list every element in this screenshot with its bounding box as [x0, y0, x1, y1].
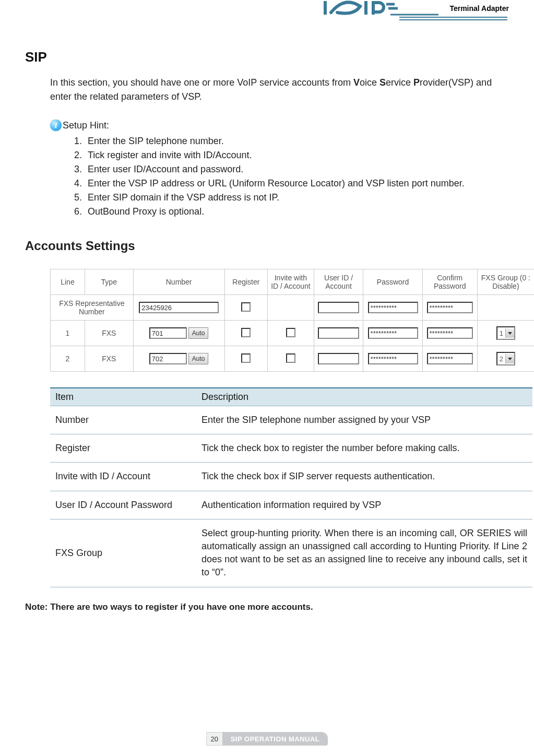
rep-label: FXS Representative Number — [51, 295, 134, 321]
table-row-representative: FXS Representative Number — [51, 295, 535, 321]
col-line: Line — [51, 269, 85, 295]
intro-text: In this section, you should have one or … — [50, 77, 353, 88]
page: Terminal Adapter SIP In this section, yo… — [0, 0, 534, 756]
intro-bold-p: P — [413, 77, 420, 88]
desc-item: User ID / Account Password — [50, 491, 196, 519]
info-icon: i — [50, 120, 62, 131]
desc-head-desc: Description — [196, 388, 532, 406]
svg-rect-0 — [324, 1, 327, 15]
section-title: SIP — [25, 49, 509, 65]
desc-header-row: Item Description — [50, 388, 532, 406]
desc-row: Invite with ID / Account Tick the check … — [50, 463, 532, 491]
desc-text: Tick the check box if SIP server request… — [196, 463, 532, 491]
line2-register-checkbox[interactable] — [241, 353, 251, 363]
accounts-table-wrap: Line Type Number Register Invite with ID… — [50, 269, 509, 372]
hint-label: Setup Hint: — [63, 120, 109, 131]
desc-row: Register Tick the check box to register … — [50, 434, 532, 463]
col-number: Number — [133, 269, 224, 295]
svg-rect-1 — [364, 1, 367, 15]
accounts-heading: Accounts Settings — [25, 239, 509, 253]
hint-steps: Enter the SIP telephone number. Tick reg… — [72, 134, 509, 219]
desc-item: Invite with ID / Account — [50, 463, 196, 491]
hint-block: i Setup Hint: Enter the SIP telephone nu… — [50, 120, 509, 219]
desc-text: Enter the SIP telephone number assigned … — [196, 406, 532, 434]
intro-text: ervice — [386, 77, 413, 88]
line2-invite-checkbox[interactable] — [286, 353, 295, 363]
desc-row: FXS Group Select group-hunting priority.… — [50, 519, 532, 587]
desc-text: Select group-hunting priority. When ther… — [196, 519, 532, 587]
cell-line: 2 — [51, 346, 85, 372]
hint-step: Enter the SIP telephone number. — [85, 134, 509, 148]
desc-text: Tick the check box to register the numbe… — [196, 434, 532, 463]
intro-paragraph: In this section, you should have one or … — [50, 76, 499, 104]
line1-userid-field[interactable] — [318, 327, 359, 339]
cell-line: 1 — [51, 321, 85, 346]
hint-step: Tick register and invite with ID/Account… — [85, 148, 509, 162]
rep-userid-field[interactable] — [318, 302, 359, 313]
select-value: 2 — [500, 355, 503, 363]
footer-band: 20 SIP OPERATION MANUAL — [206, 732, 328, 746]
rep-fxs-cell — [477, 295, 534, 321]
col-invite: Invite with ID / Account — [268, 269, 314, 295]
product-label: Terminal Adapter — [449, 4, 509, 13]
intro-bold-v: V — [353, 77, 360, 88]
col-fxsgroup: FXS Group (0 : Disable) — [477, 269, 534, 295]
col-confirm: Confirm Password — [422, 269, 477, 295]
line2-userid-field[interactable] — [318, 353, 359, 364]
line2-auto-button[interactable]: Auto — [188, 353, 209, 364]
description-table: Item Description Number Enter the SIP te… — [50, 387, 532, 587]
col-userid: User ID / Account — [314, 269, 363, 295]
col-type: Type — [85, 269, 133, 295]
col-password: Password — [363, 269, 422, 295]
line2-number-field[interactable] — [149, 353, 187, 364]
desc-head-item: Item — [50, 388, 196, 406]
line1-password-field[interactable] — [368, 327, 418, 339]
chevron-down-icon — [505, 354, 514, 363]
desc-row: User ID / Account Password Authenticatio… — [50, 491, 532, 519]
line1-fxs-select[interactable]: 1 — [496, 326, 515, 340]
line1-number-field[interactable] — [149, 327, 187, 339]
table-row: 2 FXS Auto 2 — [51, 346, 535, 372]
rep-confirm-field[interactable] — [427, 302, 473, 313]
line2-confirm-field[interactable] — [427, 353, 473, 364]
select-value: 1 — [500, 329, 503, 337]
line2-fxs-select[interactable]: 2 — [496, 352, 515, 365]
page-number: 20 — [206, 732, 222, 746]
intro-text: oice — [360, 77, 379, 88]
desc-row: Number Enter the SIP telephone number as… — [50, 406, 532, 434]
line1-confirm-field[interactable] — [427, 327, 473, 339]
hint-step: Enter the VSP IP address or URL (Uniform… — [85, 176, 509, 191]
line1-invite-checkbox[interactable] — [286, 328, 295, 337]
accounts-table: Line Type Number Register Invite with ID… — [50, 269, 534, 372]
desc-text: Authentication information required by V… — [196, 491, 532, 519]
table-row: 1 FXS Auto 1 — [51, 321, 535, 346]
desc-item: Number — [50, 406, 196, 434]
hint-step: Enter user ID/Account and password. — [85, 162, 509, 176]
header-bar: Terminal Adapter — [25, 0, 509, 33]
rep-password-field[interactable] — [368, 302, 418, 313]
line2-password-field[interactable] — [368, 353, 418, 364]
desc-item: Register — [50, 434, 196, 463]
hint-step: Enter SIP domain if the VSP address is n… — [85, 191, 509, 205]
line1-auto-button[interactable]: Auto — [188, 327, 209, 339]
desc-item: FXS Group — [50, 519, 196, 587]
footer-title: SIP OPERATION MANUAL — [222, 732, 328, 746]
col-register: Register — [224, 269, 267, 295]
rep-number-field[interactable] — [139, 302, 219, 313]
footer: 20 SIP OPERATION MANUAL — [0, 732, 534, 746]
cell-type: FXS — [85, 346, 133, 372]
intro-bold-s: S — [379, 77, 386, 88]
note-text: Note: There are two ways to register if … — [25, 602, 509, 612]
hint-header: i Setup Hint: — [50, 120, 509, 131]
chevron-down-icon — [505, 328, 514, 338]
line1-register-checkbox[interactable] — [241, 328, 251, 337]
hint-step: OutBound Proxy is optional. — [85, 205, 509, 219]
rep-invite-cell — [268, 295, 314, 321]
table-header-row: Line Type Number Register Invite with ID… — [51, 269, 535, 295]
cell-type: FXS — [85, 321, 133, 346]
rep-register-checkbox[interactable] — [241, 302, 251, 312]
